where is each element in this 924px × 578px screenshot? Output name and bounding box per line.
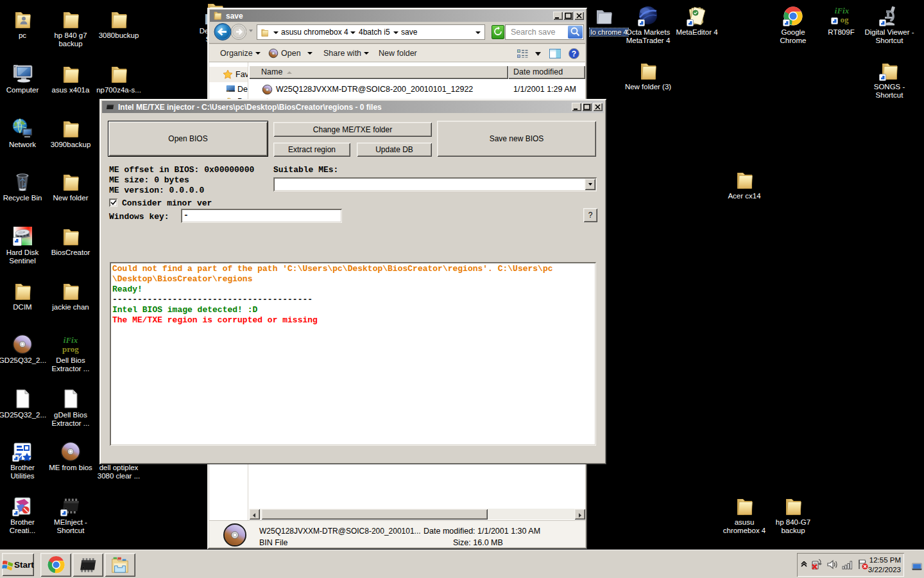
svg-text:?: ?	[572, 49, 576, 58]
